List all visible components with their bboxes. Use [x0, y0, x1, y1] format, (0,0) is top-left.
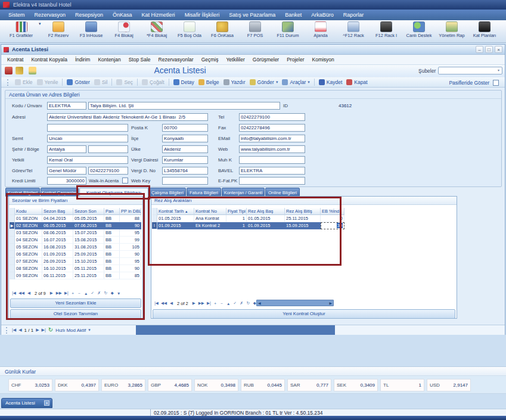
inline-editor-value[interactable]: 30	[337, 223, 343, 228]
cell-kodu[interactable]: 01 SEZON	[15, 215, 42, 222]
muhk-field[interactable]	[239, 156, 305, 164]
nav-last-button[interactable]: ▶|	[206, 300, 212, 306]
tab-al-ma-bilgileri[interactable]: Çalışma Bilgileri	[149, 188, 186, 197]
cell-sezon-ba[interactable]: 06.05.2015	[42, 222, 73, 229]
toolbar-button-ajanda[interactable]: Ajanda	[306, 21, 336, 38]
table-row[interactable]: ▶02 SEZON06.05.201507.06.2015BB90	[10, 222, 141, 229]
tab-kontrat-olu-turma-sihirbaz[interactable]: Kontrat Oluşturma Sihirbazı	[79, 188, 148, 197]
toolbar-button-f4-blokaj[interactable]: *F4 Blokaj	[142, 21, 172, 38]
tab-kontrat-bilgileri[interactable]: Kontrat Bilgileri	[5, 188, 40, 197]
chevron-down-icon[interactable]: ▾	[88, 328, 91, 332]
app-menu-kat-hizmetleri[interactable]: Kat Hizmetleri	[142, 12, 175, 18]
toolbar-button-f5-bo-oda[interactable]: F5 Boş Oda	[175, 21, 205, 38]
nav-first-button[interactable]: |◀	[154, 300, 159, 306]
vergi-dairesi-field[interactable]	[162, 156, 208, 164]
cell-pp-in-dbl[interactable]: 105	[120, 244, 141, 251]
cell-pp-in-dbl[interactable]: 99	[120, 237, 141, 244]
window-menu-projeler[interactable]: Projeler	[287, 57, 304, 63]
app-menu-sistem[interactable]: Sistem	[8, 12, 25, 18]
toolbar-button-kat-planlar[interactable]: Kat Planları	[470, 21, 500, 38]
cell-sezon-ba[interactable]: 26.09.2015	[42, 258, 73, 265]
cell-kodu[interactable]: 06 SEZON	[15, 251, 42, 258]
cell-kodu[interactable]: 07 SEZON	[15, 258, 42, 265]
nav-edit-button[interactable]: ▲	[83, 291, 89, 296]
cell-rez-al-biti[interactable]: 25.11.2015	[285, 215, 321, 222]
toolbar-button-canl-destek[interactable]: Canlı Destek	[404, 21, 434, 38]
app-menu-banket[interactable]: Banket	[285, 12, 302, 18]
webkey-field[interactable]	[162, 177, 208, 185]
cell-sezon-son[interactable]: 25.11.2015	[73, 272, 104, 279]
cell-sezon-son[interactable]: 15.10.2015	[73, 258, 104, 265]
kodu-field[interactable]	[47, 102, 86, 110]
efat-field[interactable]	[239, 177, 305, 185]
cell-pan[interactable]: BB	[104, 222, 120, 229]
nav-cancel-button[interactable]: ✗	[97, 290, 102, 296]
nav-first-button[interactable]: |◀	[11, 290, 17, 296]
nav-prior-button[interactable]: ◀	[26, 290, 32, 296]
nav-edit-button[interactable]: ▲	[226, 301, 231, 306]
toolbar-button-f12-rack-i[interactable]: F12 Rack I	[371, 21, 402, 38]
bolge-field[interactable]	[88, 145, 128, 153]
fax-field[interactable]	[239, 124, 305, 132]
column-header-kodu[interactable]: Kodu	[15, 208, 42, 215]
horizontal-scrollbar[interactable]: ◀ ▶	[256, 300, 334, 306]
app-menu-raporlar[interactable]: Raporlar	[343, 12, 364, 18]
cell-rez-al-ba[interactable]: 01.05.2015	[247, 215, 285, 222]
nav-next-button[interactable]: ▶	[36, 328, 39, 332]
subeler-combo[interactable]: ▾	[438, 67, 502, 74]
nav-first-button[interactable]: |◀	[12, 328, 16, 332]
toolbar-button-f4-blokaj[interactable]: F4 Blokaj	[109, 21, 139, 38]
posta-field[interactable]	[162, 124, 208, 132]
table-row[interactable]: 05 SEZON16.08.201531.08.2015BB105	[10, 244, 141, 251]
cell-sezon-ba[interactable]: 04.04.2015	[42, 215, 73, 222]
toolbar-button-f7-pos[interactable]: F7 POS	[240, 21, 271, 38]
gorev-tel-field[interactable]	[88, 167, 128, 175]
taskbar-tab-acenta-listesi[interactable]: Acenta Listesi ×	[1, 398, 52, 408]
column-header-sezon-ba[interactable]: Sezon Baş	[42, 208, 73, 215]
yeni-kontrat-olustur-button[interactable]: Yeni Kontrat Oluştur	[153, 309, 455, 319]
nav-prior-button[interactable]: ◀	[169, 300, 174, 306]
nav-delete-button[interactable]: −	[219, 301, 225, 306]
tab-fatura-bilgileri[interactable]: Fatura Bilgileri	[187, 188, 221, 197]
cell-kodu[interactable]: 09 SEZON	[15, 272, 42, 279]
cell-eb-i-nd[interactable]: 0	[321, 215, 344, 222]
window-menu-g-r-meler[interactable]: Görüşmeler	[253, 57, 279, 63]
chevron-down-icon[interactable]: ▾	[39, 21, 41, 26]
cell-sezon-ba[interactable]: 16.07.2015	[42, 237, 73, 244]
cell-pp-in-dbl[interactable]: 90	[120, 251, 141, 258]
cell-kontrat-tarih[interactable]: 01.09.2015	[157, 222, 194, 229]
cell-sezon-son[interactable]: 05.05.2015	[73, 215, 104, 222]
maximize-button[interactable]: □	[485, 46, 493, 53]
table-row[interactable]: I01.09.2015Ek Kontrat 2101.09.201515.09.…	[152, 222, 344, 229]
cell-pp-in-dbl[interactable]: 95	[120, 258, 141, 265]
cell-sezon-son[interactable]: 05.11.2015	[73, 265, 104, 272]
unvan-field[interactable]	[88, 102, 280, 110]
cell-pan[interactable]: BB	[104, 272, 120, 279]
chevron-down-icon[interactable]: ▾	[495, 67, 502, 74]
vergi-no-field[interactable]	[162, 167, 208, 175]
window-menu-stop-sale[interactable]: Stop Sale	[129, 57, 151, 63]
cell-pp-in-dbl[interactable]: 85	[120, 272, 141, 279]
yeni-sezonlari-ekle-button[interactable]: Yeni Sezonları Ekle	[10, 298, 141, 308]
window-menu-kontrat-kopyala[interactable]: Kontrat Kopyala	[31, 57, 67, 63]
cell-kodu[interactable]: 08 SEZON	[15, 265, 42, 272]
kapat-button[interactable]: Kapat	[346, 79, 367, 85]
chevron-down-icon[interactable]: ▾	[276, 80, 278, 85]
yetkili-field[interactable]	[47, 156, 128, 164]
toolbar-button-f11-durum[interactable]: F11 Durum	[273, 21, 303, 38]
cell-pan[interactable]: BB	[104, 251, 120, 258]
cell-sezon-son[interactable]: 31.08.2015	[73, 244, 104, 251]
table-row[interactable]: 09 SEZON06.11.201525.11.2015BB85	[10, 272, 141, 279]
column-header-sezon-son[interactable]: Sezon Son	[73, 208, 104, 215]
close-button[interactable]: ×	[495, 46, 502, 53]
ulke-field[interactable]	[162, 145, 208, 153]
gorev-field[interactable]	[47, 167, 86, 175]
nav-prior-page-button[interactable]: ◀◀	[18, 290, 25, 296]
tel-field[interactable]	[239, 113, 305, 121]
window-menu-ge-mi[interactable]: Geçmiş	[201, 57, 219, 63]
otel-sezon-tanimlari-button[interactable]: Otel Sezon Tanımları	[10, 309, 141, 319]
app-menu-rezervasyon[interactable]: Rezervasyon	[35, 12, 66, 18]
cell-pan[interactable]: BB	[104, 265, 120, 272]
column-header-eb-i-nd[interactable]: EB %İnd	[321, 208, 344, 215]
table-row[interactable]: 01 SEZON04.04.201505.05.2015BB88	[10, 215, 141, 222]
